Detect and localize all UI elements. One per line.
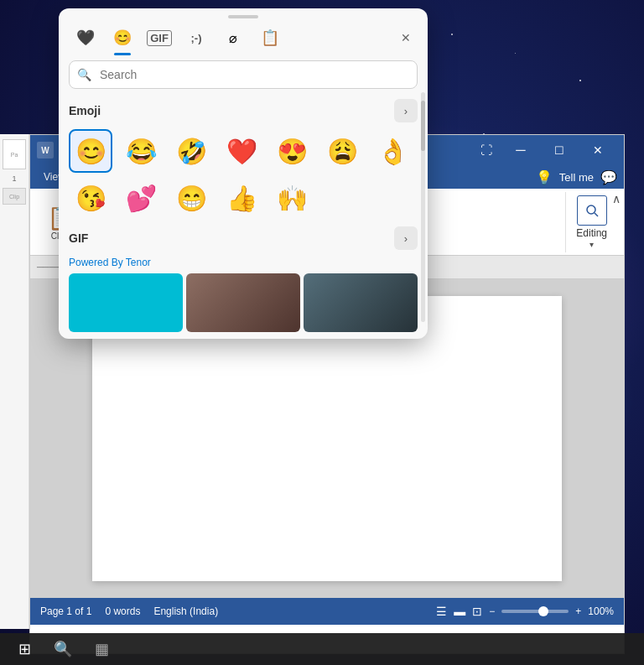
svg-point-0 bbox=[587, 205, 595, 214]
ribbon-collapse-btn[interactable]: ∧ bbox=[612, 192, 621, 205]
ribbon-right-tools: 💡 Tell me 💬 bbox=[536, 169, 617, 185]
clipboard-tab-icon: 📋 bbox=[261, 29, 279, 47]
taskbar: ⊞ 🔍 ▦ bbox=[0, 633, 644, 665]
thumbnail-item[interactable]: Pa bbox=[3, 139, 26, 169]
gif-item-3[interactable] bbox=[304, 273, 418, 332]
emoji-item-1[interactable]: 😂 bbox=[119, 129, 163, 173]
zoom-level: 100% bbox=[588, 605, 614, 617]
word-fullscreen-btn[interactable]: ⛶ bbox=[471, 135, 501, 165]
emoji-icon: 😊 bbox=[113, 29, 132, 47]
drag-bar bbox=[228, 15, 258, 18]
editing-widget[interactable]: Editing ▾ bbox=[565, 192, 617, 252]
gif-section-header: GIF › bbox=[69, 226, 418, 250]
word-icon: W bbox=[37, 142, 54, 158]
gif-item-2[interactable] bbox=[186, 273, 300, 332]
gif-section: GIF › Powered By Tenor bbox=[59, 226, 428, 339]
taskbar-search-icon: 🔍 bbox=[54, 640, 72, 658]
picker-drag-handle[interactable] bbox=[59, 8, 428, 22]
search-icon: 🔍 bbox=[77, 68, 91, 81]
word-status-bar: Page 1 of 1 0 words English (India) ☰ ▬ … bbox=[30, 598, 624, 625]
gif-section-arrow[interactable]: › bbox=[394, 226, 418, 250]
emoji-item-11[interactable]: 🙌 bbox=[270, 176, 314, 220]
tab-symbols[interactable]: ⌀ bbox=[216, 22, 250, 54]
emoji-item-8[interactable]: 💕 bbox=[119, 176, 163, 220]
search-input[interactable] bbox=[69, 60, 418, 89]
emoji-picker: 🖤 😊 GIF ;-) ⌀ 📋 ✕ bbox=[59, 8, 428, 339]
taskbar-search[interactable]: 🔍 bbox=[45, 635, 80, 663]
zoom-plus[interactable]: + bbox=[575, 605, 581, 617]
editing-search-icon bbox=[577, 195, 607, 226]
emoji-item-2[interactable]: 🤣 bbox=[169, 129, 213, 173]
emoji-item-5[interactable]: 😩 bbox=[320, 129, 364, 173]
tab-gif[interactable]: GIF bbox=[143, 22, 176, 54]
read-mode-icon[interactable]: ☰ bbox=[436, 605, 447, 618]
language: English (India) bbox=[153, 605, 218, 617]
svg-line-1 bbox=[595, 213, 598, 216]
tab-clipboard[interactable]: 📋 bbox=[253, 22, 287, 54]
tell-me-label: Tell me bbox=[559, 171, 594, 184]
focus-icon[interactable]: ⊡ bbox=[472, 605, 482, 618]
symbols-icon: ⌀ bbox=[229, 30, 237, 46]
zoom-slider[interactable] bbox=[501, 610, 569, 613]
picker-header: 🖤 😊 GIF ;-) ⌀ 📋 ✕ bbox=[59, 22, 428, 60]
emoji-item-6[interactable]: 👌 bbox=[371, 129, 414, 173]
sidebar-thumbnails: Pa 1 Clip bbox=[0, 134, 29, 629]
recent-icon: 🖤 bbox=[76, 29, 95, 47]
editing-dropdown-icon: ▾ bbox=[589, 240, 594, 249]
picker-search-container: 🔍 bbox=[69, 60, 418, 89]
word-count: 0 words bbox=[105, 605, 140, 617]
taskbar-widgets[interactable]: ▦ bbox=[84, 635, 119, 663]
search-icon bbox=[584, 203, 600, 218]
editing-label: Editing bbox=[576, 227, 607, 239]
status-right: ☰ ▬ ⊡ − + 100% bbox=[436, 605, 614, 618]
gif-grid bbox=[69, 273, 418, 332]
gif-item-1[interactable] bbox=[69, 273, 183, 332]
emoji-section-title: Emoji bbox=[69, 104, 101, 117]
emoji-grid: 😊 😂 🤣 ❤️ 😍 😩 👌 😘 💕 😁 👍 🙌 bbox=[69, 129, 418, 220]
zoom-thumb bbox=[538, 606, 548, 616]
window-controls: ⛶ ─ ☐ ✕ bbox=[471, 135, 617, 165]
emoji-section-arrow[interactable]: › bbox=[394, 99, 418, 122]
powered-by-tenor[interactable]: Powered By Tenor bbox=[69, 257, 418, 268]
document-page bbox=[92, 296, 562, 581]
kaomoji-icon: ;-) bbox=[191, 32, 202, 44]
minimize-button[interactable]: ─ bbox=[501, 135, 540, 165]
picker-close-button[interactable]: ✕ bbox=[394, 26, 418, 49]
gif-section-title: GIF bbox=[69, 231, 88, 245]
print-layout-icon[interactable]: ▬ bbox=[454, 605, 465, 618]
maximize-button[interactable]: ☐ bbox=[540, 135, 579, 165]
tab-recent[interactable]: 🖤 bbox=[69, 22, 102, 54]
thumbnail-page-label: Pa bbox=[11, 152, 18, 158]
emoji-section-header: Emoji › bbox=[69, 99, 418, 122]
scrollbar-thumb bbox=[421, 101, 425, 151]
chat-icon[interactable]: 💬 bbox=[600, 169, 617, 185]
tab-emoji[interactable]: 😊 bbox=[106, 22, 139, 54]
page-info: Page 1 of 1 bbox=[40, 605, 91, 617]
clip-thumbnail[interactable]: Clip bbox=[3, 188, 26, 205]
emoji-item-3[interactable]: ❤️ bbox=[220, 129, 263, 173]
emoji-item-9[interactable]: 😁 bbox=[169, 176, 213, 220]
zoom-minus[interactable]: − bbox=[489, 605, 495, 617]
emoji-item-7[interactable]: 😘 bbox=[69, 176, 112, 220]
picker-tabs: 🖤 😊 GIF ;-) ⌀ 📋 bbox=[69, 22, 287, 54]
clip-label: Clip bbox=[9, 194, 19, 200]
emoji-item-4[interactable]: 😍 bbox=[270, 129, 314, 173]
picker-scrollbar[interactable] bbox=[421, 92, 425, 322]
emoji-item-10[interactable]: 👍 bbox=[220, 176, 263, 220]
start-icon: ⊞ bbox=[18, 640, 31, 658]
emoji-item-0[interactable]: 😊 bbox=[69, 129, 112, 173]
lightbulb-icon[interactable]: 💡 bbox=[536, 169, 553, 185]
widgets-icon: ▦ bbox=[95, 640, 109, 658]
taskbar-start[interactable]: ⊞ bbox=[7, 635, 42, 663]
page-number-label: 1 bbox=[0, 174, 29, 183]
gif-icon: GIF bbox=[147, 30, 172, 46]
tab-kaomoji[interactable]: ;-) bbox=[179, 22, 213, 54]
close-button[interactable]: ✕ bbox=[579, 135, 617, 165]
emoji-section: Emoji › 😊 😂 🤣 ❤️ 😍 😩 👌 😘 💕 😁 👍 🙌 bbox=[59, 99, 428, 226]
